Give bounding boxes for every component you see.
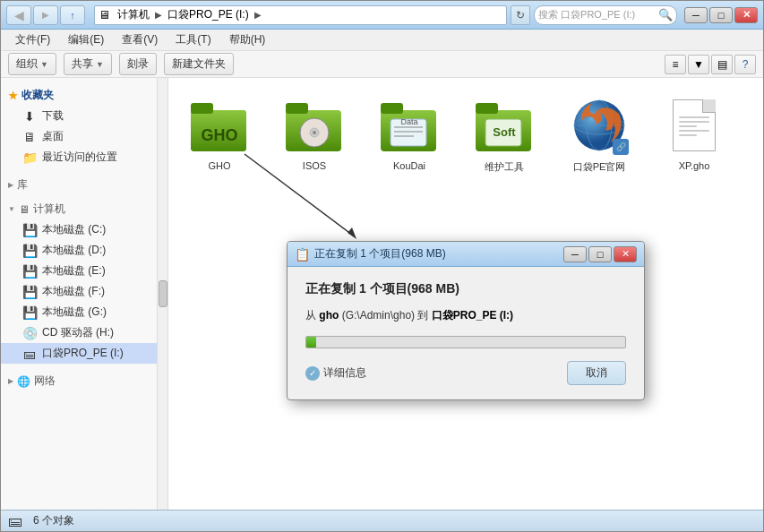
- new-folder-button[interactable]: 新建文件夹: [164, 53, 234, 75]
- drive-c-icon: 💾: [22, 223, 37, 237]
- menu-tools[interactable]: 工具(T): [168, 30, 218, 49]
- menu-edit[interactable]: 编辑(E): [61, 30, 111, 49]
- title-bar: ◀ ▶ ↑ 🖥 计算机 ▶ 口袋PRO_PE (I:) ▶ ↻: [1, 1, 763, 30]
- copy-dialog: 📋 正在复制 1 个项目(968 MB) ─ □ ✕ 正在复制 1 个项目(96…: [287, 241, 645, 400]
- file-area: GHO GHO: [168, 78, 763, 510]
- drive-i-icon: 🖴: [22, 347, 37, 361]
- sidebar-library-label: 库: [17, 177, 28, 193]
- drive-i-label: 口袋PRO_PE (I:): [42, 346, 124, 361]
- sidebar-item-desktop-label: 桌面: [42, 129, 64, 144]
- computer-triangle-icon: ▼: [8, 205, 15, 213]
- dialog-title-icon: 📋: [295, 247, 309, 262]
- breadcrumb-computer[interactable]: 计算机: [114, 5, 153, 24]
- sidebar-item-drive-f[interactable]: 💾 本地磁盘 (F:): [1, 281, 157, 302]
- status-drive-icon: 🖴: [8, 513, 22, 529]
- share-button[interactable]: 共享 ▼: [64, 53, 112, 75]
- status-bar: 🖴 6 个对象: [1, 510, 763, 531]
- view-controls: ≡ ▼ ▤ ?: [665, 55, 756, 74]
- share-label: 共享: [72, 56, 93, 72]
- dialog-title-bar: 📋 正在复制 1 个项目(968 MB) ─ □ ✕: [288, 242, 644, 267]
- forward-button[interactable]: ▶: [33, 5, 58, 25]
- search-bar[interactable]: 搜索 口袋PRO_PE (I:) 🔍: [534, 5, 677, 25]
- sidebar-favorites-header[interactable]: ★ 收藏夹: [1, 85, 157, 106]
- dialog-title-text: 正在复制 1 个项目(968 MB): [314, 246, 563, 262]
- search-icon[interactable]: 🔍: [658, 8, 673, 21]
- burn-button[interactable]: 刻录: [119, 53, 157, 75]
- details-check-icon: ✓: [309, 368, 316, 378]
- drive-g-label: 本地磁盘 (G:): [42, 305, 107, 320]
- sidebar-item-drive-c[interactable]: 💾 本地磁盘 (C:): [1, 219, 157, 240]
- organize-button[interactable]: 组织 ▼: [8, 53, 56, 75]
- up-button[interactable]: ↑: [60, 5, 85, 25]
- sidebar-item-downloads[interactable]: ⬇ 下载: [1, 106, 157, 126]
- details-toggle-button[interactable]: ✓ 详细信息: [305, 365, 366, 381]
- back-icon: ◀: [14, 8, 24, 22]
- drive-g-icon: 💾: [22, 305, 37, 320]
- cancel-button[interactable]: 取消: [567, 361, 626, 385]
- details-circle-icon: ✓: [305, 366, 320, 381]
- network-triangle-icon: ▶: [8, 377, 13, 385]
- dialog-to-dest: 口袋PRO_PE (I:): [432, 309, 513, 322]
- dialog-footer: ✓ 详细信息 取消: [305, 361, 626, 385]
- view-toggle-button[interactable]: ≡: [665, 55, 686, 74]
- menu-view[interactable]: 查看(V): [115, 30, 165, 49]
- menu-file[interactable]: 文件(F): [8, 30, 57, 49]
- dialog-window-controls: ─ □ ✕: [563, 246, 637, 262]
- sidebar-library-header[interactable]: ▶ 库: [1, 175, 157, 195]
- path-separator-1: ▶: [155, 10, 162, 20]
- up-icon: ↑: [70, 10, 75, 21]
- downloads-icon: ⬇: [22, 109, 37, 124]
- sidebar-item-downloads-label: 下载: [42, 108, 64, 124]
- recent-icon: 📁: [22, 150, 37, 165]
- sidebar-favorites-section: ★ 收藏夹 ⬇ 下载 🖥 桌面 📁 最近访问的位置: [1, 85, 157, 167]
- sidebar-item-drive-d[interactable]: 💾 本地磁盘 (D:): [1, 240, 157, 261]
- organize-label: 组织: [16, 56, 38, 72]
- dialog-close-button[interactable]: ✕: [614, 246, 637, 262]
- sidebar-item-recent[interactable]: 📁 最近访问的位置: [1, 147, 157, 167]
- sidebar-scrollbar[interactable]: [158, 78, 168, 510]
- drive-h-icon: 💿: [22, 326, 37, 340]
- sidebar-item-drive-e[interactable]: 💾 本地磁盘 (E:): [1, 261, 157, 281]
- refresh-button[interactable]: ↻: [511, 5, 530, 25]
- status-count: 6 个对象: [33, 513, 74, 528]
- dialog-maximize-button[interactable]: □: [588, 246, 612, 262]
- dialog-header-text: 正在复制 1 个项目(968 MB): [305, 281, 626, 297]
- view-dropdown-button[interactable]: ▼: [688, 55, 709, 74]
- sidebar-computer-label: 计算机: [33, 202, 65, 217]
- close-button[interactable]: ✕: [734, 7, 758, 23]
- help-button[interactable]: ?: [734, 55, 756, 74]
- menu-bar: 文件(F) 编辑(E) 查看(V) 工具(T) 帮助(H): [1, 30, 763, 51]
- sidebar-computer-section: ▼ 🖥 计算机 💾 本地磁盘 (C:) 💾 本地磁盘 (D:) 💾 本地磁盘 (…: [1, 199, 157, 364]
- preview-pane-button[interactable]: ▤: [711, 55, 733, 74]
- main-content: ★ 收藏夹 ⬇ 下载 🖥 桌面 📁 最近访问的位置 ▶: [1, 78, 763, 510]
- address-bar[interactable]: 🖥 计算机 ▶ 口袋PRO_PE (I:) ▶: [94, 5, 507, 25]
- sidebar-item-recent-label: 最近访问的位置: [42, 150, 117, 165]
- command-bar: 组织 ▼ 共享 ▼ 刻录 新建文件夹 ≡ ▼ ▤ ?: [1, 51, 763, 78]
- breadcrumb-computer-label: 计算机: [117, 7, 150, 22]
- sidebar-item-drive-i[interactable]: 🖴 口袋PRO_PE (I:): [1, 343, 157, 364]
- details-label: 详细信息: [323, 365, 366, 381]
- minimize-button[interactable]: ─: [684, 7, 708, 23]
- sidebar: ★ 收藏夹 ⬇ 下载 🖥 桌面 📁 最近访问的位置 ▶: [1, 78, 158, 510]
- desktop-icon: 🖥: [22, 130, 37, 144]
- sidebar-scroll-thumb[interactable]: [159, 280, 167, 307]
- maximize-button[interactable]: □: [709, 7, 733, 23]
- sidebar-network-header[interactable]: ▶ 🌐 网络: [1, 371, 157, 391]
- menu-help[interactable]: 帮助(H): [222, 30, 273, 49]
- library-triangle-icon: ▶: [8, 181, 13, 189]
- sidebar-item-desktop[interactable]: 🖥 桌面: [1, 126, 157, 147]
- sidebar-item-drive-h[interactable]: 💿 CD 驱动器 (H:): [1, 322, 157, 343]
- organize-dropdown-icon: ▼: [40, 60, 48, 69]
- dialog-minimize-button[interactable]: ─: [563, 246, 587, 262]
- sidebar-favorites-label: 收藏夹: [21, 88, 54, 103]
- sidebar-item-drive-g[interactable]: 💾 本地磁盘 (G:): [1, 302, 157, 322]
- drive-e-icon: 💾: [22, 264, 37, 279]
- drive-c-label: 本地磁盘 (C:): [42, 222, 106, 237]
- dialog-from-path: (G:\Admin\gho): [342, 309, 415, 322]
- back-button[interactable]: ◀: [6, 5, 31, 25]
- window-controls: ─ □ ✕: [684, 7, 758, 23]
- sidebar-computer-header[interactable]: ▼ 🖥 计算机: [1, 199, 157, 219]
- breadcrumb-drive[interactable]: 口袋PRO_PE (I:): [164, 5, 253, 24]
- copy-dialog-overlay: 📋 正在复制 1 个项目(968 MB) ─ □ ✕ 正在复制 1 个项目(96…: [168, 78, 763, 510]
- forward-icon: ▶: [42, 10, 49, 20]
